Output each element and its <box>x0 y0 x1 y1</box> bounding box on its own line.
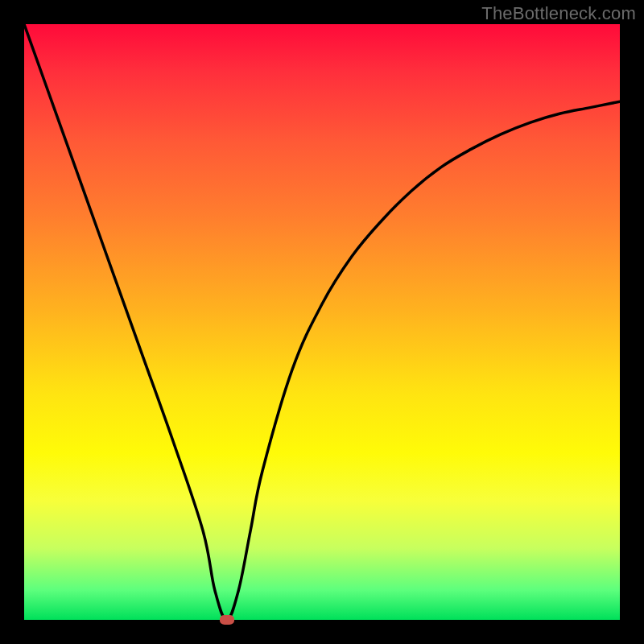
chart-frame: TheBottleneck.com <box>0 0 644 644</box>
plot-area <box>24 24 620 620</box>
trough-marker <box>220 615 234 625</box>
bottleneck-curve <box>24 24 620 620</box>
watermark-text: TheBottleneck.com <box>481 3 636 24</box>
